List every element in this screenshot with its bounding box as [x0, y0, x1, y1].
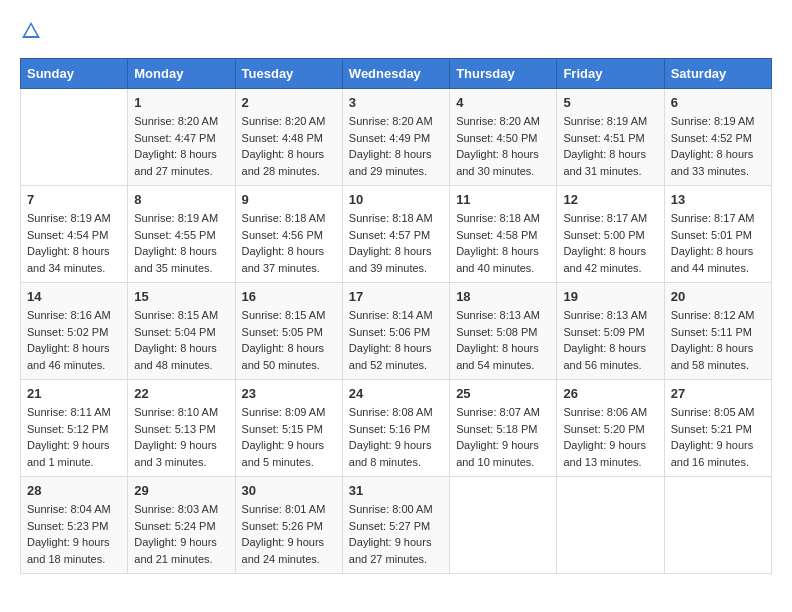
- calendar-cell: 23Sunrise: 8:09 AMSunset: 5:15 PMDayligh…: [235, 380, 342, 477]
- calendar-cell: 17Sunrise: 8:14 AMSunset: 5:06 PMDayligh…: [342, 283, 449, 380]
- calendar-cell: 25Sunrise: 8:07 AMSunset: 5:18 PMDayligh…: [450, 380, 557, 477]
- header-day-saturday: Saturday: [664, 59, 771, 89]
- header-day-friday: Friday: [557, 59, 664, 89]
- calendar-cell: 2Sunrise: 8:20 AMSunset: 4:48 PMDaylight…: [235, 89, 342, 186]
- calendar-cell: [21, 89, 128, 186]
- day-number: 7: [27, 192, 121, 207]
- logo-icon: [20, 20, 42, 42]
- calendar-cell: 28Sunrise: 8:04 AMSunset: 5:23 PMDayligh…: [21, 477, 128, 574]
- calendar-cell: 15Sunrise: 8:15 AMSunset: 5:04 PMDayligh…: [128, 283, 235, 380]
- header-day-wednesday: Wednesday: [342, 59, 449, 89]
- calendar-cell: 22Sunrise: 8:10 AMSunset: 5:13 PMDayligh…: [128, 380, 235, 477]
- calendar-cell: [557, 477, 664, 574]
- header-day-thursday: Thursday: [450, 59, 557, 89]
- day-number: 2: [242, 95, 336, 110]
- calendar-cell: 8Sunrise: 8:19 AMSunset: 4:55 PMDaylight…: [128, 186, 235, 283]
- week-row-2: 7Sunrise: 8:19 AMSunset: 4:54 PMDaylight…: [21, 186, 772, 283]
- day-info: Sunrise: 8:12 AMSunset: 5:11 PMDaylight:…: [671, 307, 765, 373]
- header-row: SundayMondayTuesdayWednesdayThursdayFrid…: [21, 59, 772, 89]
- header-day-monday: Monday: [128, 59, 235, 89]
- day-info: Sunrise: 8:06 AMSunset: 5:20 PMDaylight:…: [563, 404, 657, 470]
- calendar-cell: 18Sunrise: 8:13 AMSunset: 5:08 PMDayligh…: [450, 283, 557, 380]
- day-info: Sunrise: 8:04 AMSunset: 5:23 PMDaylight:…: [27, 501, 121, 567]
- day-info: Sunrise: 8:17 AMSunset: 5:00 PMDaylight:…: [563, 210, 657, 276]
- day-info: Sunrise: 8:17 AMSunset: 5:01 PMDaylight:…: [671, 210, 765, 276]
- header-day-sunday: Sunday: [21, 59, 128, 89]
- day-info: Sunrise: 8:20 AMSunset: 4:49 PMDaylight:…: [349, 113, 443, 179]
- calendar-cell: 1Sunrise: 8:20 AMSunset: 4:47 PMDaylight…: [128, 89, 235, 186]
- day-info: Sunrise: 8:08 AMSunset: 5:16 PMDaylight:…: [349, 404, 443, 470]
- day-info: Sunrise: 8:19 AMSunset: 4:54 PMDaylight:…: [27, 210, 121, 276]
- day-number: 16: [242, 289, 336, 304]
- day-info: Sunrise: 8:05 AMSunset: 5:21 PMDaylight:…: [671, 404, 765, 470]
- calendar-cell: 29Sunrise: 8:03 AMSunset: 5:24 PMDayligh…: [128, 477, 235, 574]
- day-number: 24: [349, 386, 443, 401]
- calendar-cell: 13Sunrise: 8:17 AMSunset: 5:01 PMDayligh…: [664, 186, 771, 283]
- day-info: Sunrise: 8:19 AMSunset: 4:51 PMDaylight:…: [563, 113, 657, 179]
- day-number: 10: [349, 192, 443, 207]
- day-number: 18: [456, 289, 550, 304]
- header: [20, 20, 772, 42]
- calendar-cell: 20Sunrise: 8:12 AMSunset: 5:11 PMDayligh…: [664, 283, 771, 380]
- day-info: Sunrise: 8:11 AMSunset: 5:12 PMDaylight:…: [27, 404, 121, 470]
- day-info: Sunrise: 8:15 AMSunset: 5:05 PMDaylight:…: [242, 307, 336, 373]
- day-number: 12: [563, 192, 657, 207]
- calendar-cell: 11Sunrise: 8:18 AMSunset: 4:58 PMDayligh…: [450, 186, 557, 283]
- day-info: Sunrise: 8:01 AMSunset: 5:26 PMDaylight:…: [242, 501, 336, 567]
- day-number: 27: [671, 386, 765, 401]
- day-number: 25: [456, 386, 550, 401]
- day-number: 8: [134, 192, 228, 207]
- calendar-cell: 27Sunrise: 8:05 AMSunset: 5:21 PMDayligh…: [664, 380, 771, 477]
- day-number: 5: [563, 95, 657, 110]
- header-day-tuesday: Tuesday: [235, 59, 342, 89]
- day-info: Sunrise: 8:18 AMSunset: 4:56 PMDaylight:…: [242, 210, 336, 276]
- day-info: Sunrise: 8:10 AMSunset: 5:13 PMDaylight:…: [134, 404, 228, 470]
- calendar-table: SundayMondayTuesdayWednesdayThursdayFrid…: [20, 58, 772, 574]
- day-info: Sunrise: 8:20 AMSunset: 4:47 PMDaylight:…: [134, 113, 228, 179]
- day-info: Sunrise: 8:19 AMSunset: 4:52 PMDaylight:…: [671, 113, 765, 179]
- day-info: Sunrise: 8:20 AMSunset: 4:48 PMDaylight:…: [242, 113, 336, 179]
- day-number: 19: [563, 289, 657, 304]
- day-info: Sunrise: 8:13 AMSunset: 5:08 PMDaylight:…: [456, 307, 550, 373]
- day-number: 26: [563, 386, 657, 401]
- day-info: Sunrise: 8:00 AMSunset: 5:27 PMDaylight:…: [349, 501, 443, 567]
- day-number: 13: [671, 192, 765, 207]
- week-row-5: 28Sunrise: 8:04 AMSunset: 5:23 PMDayligh…: [21, 477, 772, 574]
- day-info: Sunrise: 8:07 AMSunset: 5:18 PMDaylight:…: [456, 404, 550, 470]
- calendar-cell: 9Sunrise: 8:18 AMSunset: 4:56 PMDaylight…: [235, 186, 342, 283]
- calendar-cell: 21Sunrise: 8:11 AMSunset: 5:12 PMDayligh…: [21, 380, 128, 477]
- day-number: 23: [242, 386, 336, 401]
- week-row-1: 1Sunrise: 8:20 AMSunset: 4:47 PMDaylight…: [21, 89, 772, 186]
- day-number: 21: [27, 386, 121, 401]
- calendar-cell: 19Sunrise: 8:13 AMSunset: 5:09 PMDayligh…: [557, 283, 664, 380]
- logo: [20, 20, 46, 42]
- day-info: Sunrise: 8:13 AMSunset: 5:09 PMDaylight:…: [563, 307, 657, 373]
- day-number: 6: [671, 95, 765, 110]
- day-number: 17: [349, 289, 443, 304]
- day-number: 29: [134, 483, 228, 498]
- day-number: 15: [134, 289, 228, 304]
- day-number: 3: [349, 95, 443, 110]
- day-number: 28: [27, 483, 121, 498]
- day-number: 4: [456, 95, 550, 110]
- day-number: 9: [242, 192, 336, 207]
- day-number: 1: [134, 95, 228, 110]
- day-number: 11: [456, 192, 550, 207]
- calendar-cell: 31Sunrise: 8:00 AMSunset: 5:27 PMDayligh…: [342, 477, 449, 574]
- day-info: Sunrise: 8:16 AMSunset: 5:02 PMDaylight:…: [27, 307, 121, 373]
- day-info: Sunrise: 8:19 AMSunset: 4:55 PMDaylight:…: [134, 210, 228, 276]
- day-number: 14: [27, 289, 121, 304]
- calendar-cell: 4Sunrise: 8:20 AMSunset: 4:50 PMDaylight…: [450, 89, 557, 186]
- day-info: Sunrise: 8:03 AMSunset: 5:24 PMDaylight:…: [134, 501, 228, 567]
- calendar-cell: 7Sunrise: 8:19 AMSunset: 4:54 PMDaylight…: [21, 186, 128, 283]
- day-number: 22: [134, 386, 228, 401]
- day-info: Sunrise: 8:18 AMSunset: 4:58 PMDaylight:…: [456, 210, 550, 276]
- calendar-cell: 5Sunrise: 8:19 AMSunset: 4:51 PMDaylight…: [557, 89, 664, 186]
- calendar-cell: 30Sunrise: 8:01 AMSunset: 5:26 PMDayligh…: [235, 477, 342, 574]
- week-row-4: 21Sunrise: 8:11 AMSunset: 5:12 PMDayligh…: [21, 380, 772, 477]
- day-info: Sunrise: 8:15 AMSunset: 5:04 PMDaylight:…: [134, 307, 228, 373]
- calendar-cell: [664, 477, 771, 574]
- day-info: Sunrise: 8:18 AMSunset: 4:57 PMDaylight:…: [349, 210, 443, 276]
- calendar-cell: 3Sunrise: 8:20 AMSunset: 4:49 PMDaylight…: [342, 89, 449, 186]
- week-row-3: 14Sunrise: 8:16 AMSunset: 5:02 PMDayligh…: [21, 283, 772, 380]
